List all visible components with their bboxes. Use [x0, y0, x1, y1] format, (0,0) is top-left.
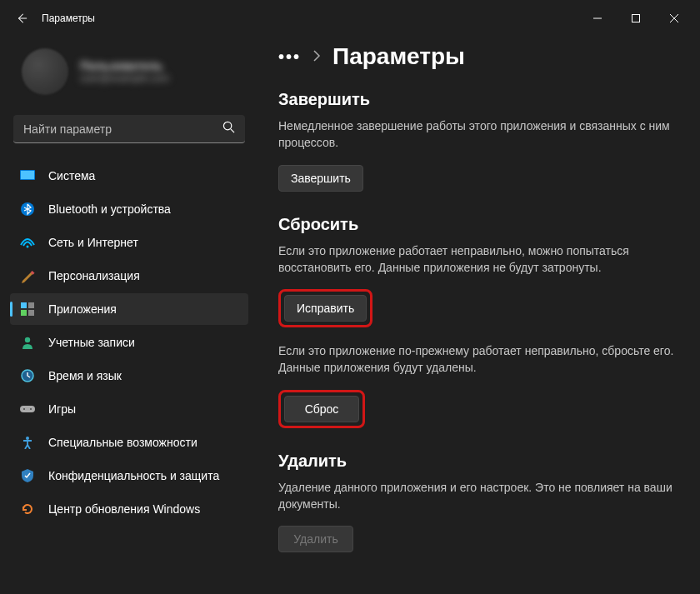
avatar — [22, 48, 68, 95]
svg-point-15 — [30, 408, 32, 410]
repair-highlight: Исправить — [278, 289, 372, 327]
sidebar-item-network[interactable]: Сеть и Интернет — [10, 227, 248, 258]
sidebar-item-bluetooth[interactable]: Bluetooth и устройства — [10, 193, 248, 225]
accessibility-icon — [20, 435, 35, 450]
sidebar-item-label: Специальные возможности — [48, 436, 198, 449]
network-icon — [20, 235, 35, 250]
section-terminate: Завершить Немедленное завершение работы … — [278, 90, 675, 192]
sidebar-item-system[interactable]: Система — [10, 160, 248, 192]
sidebar-item-update[interactable]: Центр обновления Windows — [10, 493, 248, 525]
system-icon — [20, 168, 35, 183]
sidebar-item-label: Игры — [48, 402, 76, 416]
svg-rect-10 — [28, 310, 34, 316]
uninstall-heading: Удалить — [278, 452, 675, 471]
sidebar-item-privacy[interactable]: Конфиденциальность и защита — [10, 460, 248, 492]
terminate-heading: Завершить — [278, 90, 675, 109]
svg-point-16 — [26, 437, 29, 440]
sidebar-item-label: Центр обновления Windows — [48, 502, 200, 516]
sidebar-item-label: Учетные записи — [48, 336, 135, 349]
repair-button[interactable]: Исправить — [284, 295, 367, 322]
back-button[interactable] — [7, 3, 37, 33]
reset-button[interactable]: Сброс — [284, 396, 359, 422]
personalize-icon — [20, 268, 35, 283]
svg-rect-8 — [28, 302, 34, 308]
search-box[interactable] — [13, 115, 245, 143]
section-uninstall: Удалить Удаление данного приложения и ег… — [278, 452, 675, 553]
user-profile[interactable]: Пользователь user@example.com — [10, 37, 248, 115]
svg-rect-9 — [21, 310, 27, 316]
svg-point-1 — [223, 122, 231, 129]
breadcrumb-more-icon[interactable]: ••• — [278, 47, 301, 67]
user-email: user@example.com — [80, 72, 169, 84]
terminate-button[interactable]: Завершить — [278, 165, 363, 192]
apps-icon — [20, 302, 35, 317]
svg-rect-13 — [20, 406, 35, 412]
sidebar-item-time[interactable]: Время и язык — [10, 360, 248, 392]
reset-highlight: Сброс — [278, 390, 365, 428]
search-icon — [222, 121, 235, 137]
repair-description: Если это приложение работает неправильно… — [278, 242, 675, 277]
maximize-button[interactable] — [617, 5, 655, 32]
page-title: Параметры — [332, 43, 465, 70]
uninstall-button[interactable]: Удалить — [278, 526, 353, 552]
time-icon — [20, 368, 35, 383]
sidebar-item-personalization[interactable]: Персонализация — [10, 260, 248, 292]
sidebar-item-label: Приложения — [48, 302, 117, 316]
svg-rect-7 — [21, 302, 27, 308]
breadcrumb: ••• Параметры — [278, 43, 675, 70]
sidebar-item-label: Конфиденциальность и защита — [48, 469, 219, 482]
reset-heading: Сбросить — [278, 215, 675, 234]
update-icon — [20, 502, 35, 517]
sidebar-item-accounts[interactable]: Учетные записи — [10, 327, 248, 358]
svg-point-5 — [27, 246, 29, 248]
gaming-icon — [20, 402, 35, 417]
bluetooth-icon — [20, 202, 35, 217]
reset-description: Если это приложение по-прежнему работает… — [278, 342, 675, 377]
sidebar-item-accessibility[interactable]: Специальные возможности — [10, 427, 248, 458]
sidebar-item-label: Bluetooth и устройства — [48, 202, 171, 216]
svg-point-14 — [23, 408, 25, 410]
accounts-icon — [20, 335, 35, 350]
svg-point-11 — [25, 337, 30, 342]
user-name: Пользователь — [80, 59, 169, 72]
privacy-icon — [20, 468, 35, 483]
terminate-description: Немедленное завершение работы этого прил… — [278, 117, 675, 152]
minimize-button[interactable] — [578, 5, 617, 32]
sidebar-item-gaming[interactable]: Игры — [10, 393, 248, 425]
chevron-right-icon — [312, 48, 321, 66]
section-reset: Сбросить Если это приложение работает не… — [278, 215, 675, 428]
window-title: Параметры — [42, 12, 95, 24]
svg-rect-0 — [632, 15, 640, 22]
sidebar-item-apps[interactable]: Приложения — [10, 293, 248, 325]
sidebar-item-label: Время и язык — [48, 369, 122, 382]
sidebar-item-label: Сеть и Интернет — [48, 236, 138, 249]
sidebar-item-label: Персонализация — [48, 269, 140, 282]
close-button[interactable] — [655, 5, 693, 32]
svg-rect-3 — [21, 171, 34, 179]
uninstall-description: Удаление данного приложения и его настро… — [278, 479, 675, 513]
search-input[interactable] — [23, 122, 222, 136]
sidebar-item-label: Система — [48, 169, 95, 182]
